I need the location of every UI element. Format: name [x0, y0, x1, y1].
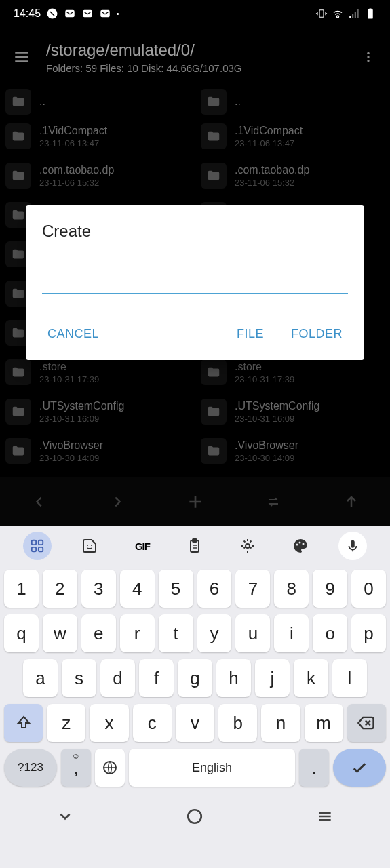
svg-rect-6 [370, 9, 372, 10]
cancel-button[interactable]: CANCEL [42, 319, 104, 349]
comma-key[interactable]: ☺, [61, 749, 91, 787]
key-f[interactable]: f [139, 659, 174, 697]
key-b[interactable]: b [218, 704, 257, 742]
key-z[interactable]: z [47, 704, 85, 742]
key-7[interactable]: 7 [235, 570, 270, 608]
forward-button[interactable] [104, 488, 131, 515]
svg-rect-5 [368, 9, 373, 19]
back-button[interactable] [26, 488, 53, 515]
folder-icon [206, 365, 221, 380]
shift-icon [16, 715, 32, 731]
svg-point-19 [296, 544, 298, 546]
key-6[interactable]: 6 [197, 570, 232, 608]
key-r[interactable]: r [120, 614, 155, 652]
gif-icon: GIF [135, 540, 150, 552]
enter-key[interactable] [333, 749, 386, 787]
file-item[interactable]: .. [0, 87, 195, 117]
key-i[interactable]: i [274, 614, 309, 652]
file-item[interactable]: .1VidCompact23-11-06 13:47 [0, 117, 195, 156]
key-5[interactable]: 5 [159, 570, 193, 608]
status-bar: 14:45 • [0, 0, 390, 27]
sticker-tool[interactable] [75, 532, 104, 560]
period-key[interactable]: . [299, 749, 329, 787]
theme-tool[interactable] [286, 532, 315, 560]
file-item[interactable]: .UTSystemConfig23-10-31 16:09 [195, 392, 390, 431]
key-3[interactable]: 3 [81, 570, 116, 608]
key-l[interactable]: l [332, 659, 367, 697]
gif-tool[interactable]: GIF [128, 532, 157, 560]
nav-home[interactable] [181, 803, 208, 830]
arrow-up-icon [343, 494, 359, 510]
key-0[interactable]: 0 [351, 570, 386, 608]
key-d[interactable]: d [100, 659, 135, 697]
folder-button[interactable]: FOLDER [286, 319, 348, 349]
hamburger-icon [13, 48, 31, 66]
nav-back[interactable] [52, 803, 79, 830]
file-item[interactable]: .1VidCompact23-11-06 13:47 [195, 117, 390, 156]
file-button[interactable]: FILE [231, 319, 269, 349]
key-8[interactable]: 8 [274, 570, 309, 608]
mail-notif-icon-3 [99, 7, 111, 20]
soft-keyboard: GIF 1234567890 qwertyuiop asdfghjkl zxcv… [0, 526, 390, 868]
key-w[interactable]: w [43, 614, 77, 652]
symbols-key[interactable]: ?123 [4, 749, 57, 787]
apps-tool[interactable] [23, 532, 52, 560]
file-item[interactable]: .VivoBrowser23-10-30 14:09 [0, 431, 195, 471]
path-breadcrumb[interactable]: /storage/emulated/0/ [46, 41, 355, 60]
folder-icon-box [201, 359, 227, 385]
svg-rect-13 [39, 547, 43, 551]
key-2[interactable]: 2 [43, 570, 77, 608]
key-j[interactable]: j [255, 659, 290, 697]
key-e[interactable]: e [81, 614, 116, 652]
overflow-button[interactable] [355, 43, 382, 71]
key-a[interactable]: a [23, 659, 58, 697]
key-m[interactable]: m [305, 704, 343, 742]
file-item[interactable]: .UTSystemConfig23-10-31 16:09 [0, 392, 195, 431]
key-1[interactable]: 1 [4, 570, 39, 608]
shift-key[interactable] [4, 704, 43, 742]
svg-rect-12 [32, 547, 36, 551]
swap-button[interactable] [260, 488, 287, 515]
key-q[interactable]: q [4, 614, 39, 652]
file-item[interactable]: .com.taobao.dp23-11-06 15:32 [195, 156, 390, 195]
svg-rect-3 [100, 10, 110, 18]
folder-icon [11, 443, 26, 458]
file-item[interactable]: .VivoBrowser23-10-30 14:09 [195, 431, 390, 471]
key-v[interactable]: v [176, 704, 214, 742]
key-y[interactable]: y [197, 614, 232, 652]
key-x[interactable]: x [90, 704, 128, 742]
mic-tool[interactable] [338, 532, 367, 560]
clipboard-tool[interactable] [180, 532, 209, 560]
key-s[interactable]: s [62, 659, 96, 697]
menu-button[interactable] [8, 43, 35, 71]
file-name: .store [39, 361, 99, 373]
file-item[interactable]: .. [195, 87, 390, 117]
key-9[interactable]: 9 [313, 570, 347, 608]
key-p[interactable]: p [351, 614, 386, 652]
wifi-icon [332, 7, 344, 20]
nav-recent[interactable] [311, 803, 338, 830]
key-k[interactable]: k [294, 659, 328, 697]
name-input[interactable] [42, 268, 348, 294]
key-o[interactable]: o [313, 614, 347, 652]
language-key[interactable] [95, 749, 125, 787]
folder-icon [11, 365, 26, 380]
key-c[interactable]: c [133, 704, 172, 742]
file-item[interactable]: .com.taobao.dp23-11-06 15:32 [0, 156, 195, 195]
folder-icon [11, 404, 26, 419]
up-button[interactable] [338, 488, 365, 515]
space-key[interactable]: English [129, 749, 295, 787]
key-u[interactable]: u [235, 614, 270, 652]
settings-tool[interactable] [233, 532, 262, 560]
backspace-key[interactable] [347, 704, 386, 742]
file-name: .com.taobao.dp [235, 164, 309, 176]
key-t[interactable]: t [159, 614, 193, 652]
key-g[interactable]: g [178, 659, 212, 697]
svg-point-8 [367, 56, 369, 58]
emoji-hint-icon: ☺ [72, 751, 80, 761]
key-h[interactable]: h [216, 659, 251, 697]
key-4[interactable]: 4 [120, 570, 155, 608]
add-button[interactable] [182, 488, 209, 515]
globe-icon [102, 760, 118, 776]
key-n[interactable]: n [261, 704, 300, 742]
